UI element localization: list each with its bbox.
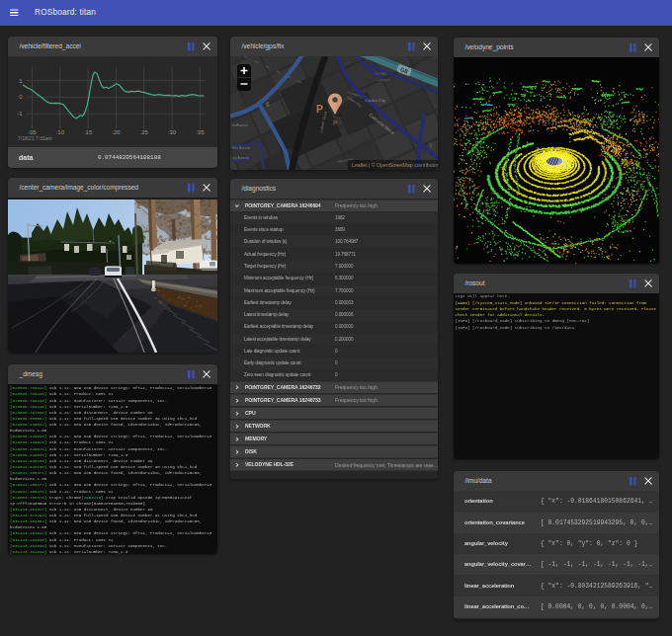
svg-text::15: :15 [84, 129, 93, 135]
svg-text:thlin Avenue: thlin Avenue [232, 146, 251, 150]
svg-text::05: :05 [28, 129, 37, 135]
svg-text:rey Avenue: rey Avenue [232, 156, 249, 160]
svg-text::10: :10 [56, 129, 65, 135]
svg-text:Campus: Campus [377, 78, 390, 82]
svg-text:Old Mill: Old Mill [375, 72, 386, 76]
svg-text:Castro City: Castro City [366, 98, 385, 103]
svg-text::20: :20 [112, 129, 121, 135]
svg-text:P: P [333, 119, 338, 126]
svg-text::30: :30 [168, 129, 177, 135]
svg-text::25: :25 [140, 129, 149, 135]
svg-text:-1: -1 [17, 111, 23, 117]
svg-text:P: P [316, 103, 323, 115]
svg-text:ita Avenue: ita Avenue [232, 123, 248, 127]
svg-text:6: 6 [266, 101, 270, 108]
svg-text::35: :35 [196, 129, 205, 135]
svg-text:7/18/21 7:31am: 7/18/21 7:31am [18, 135, 52, 141]
svg-text:Leaflet | © OpenStreetMap cont: Leaflet | © OpenStreetMap contributors [352, 162, 438, 168]
